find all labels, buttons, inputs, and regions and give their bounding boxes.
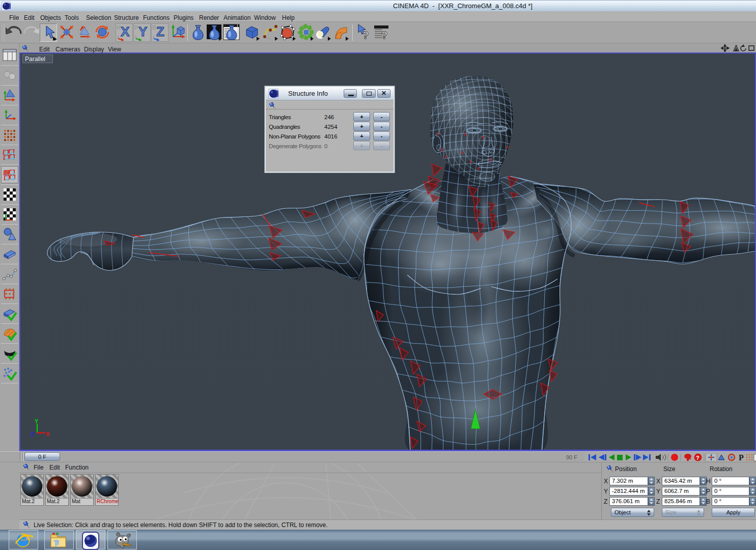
svg-text:Y: Y [138, 24, 147, 39]
svg-text:Z: Z [31, 431, 34, 437]
svg-text:P: P [739, 453, 744, 461]
svg-text:?: ? [381, 30, 387, 41]
svg-text:X: X [121, 24, 130, 39]
svg-text:?: ? [362, 30, 369, 41]
svg-text:Z: Z [156, 24, 164, 39]
svg-text:Y: Y [35, 418, 39, 424]
svg-text:X: X [46, 431, 50, 437]
svg-text:P: P [134, 24, 138, 31]
svg-text:?: ? [696, 455, 699, 461]
svg-text:B: B [152, 24, 156, 31]
svg-text:H: H [117, 24, 121, 31]
